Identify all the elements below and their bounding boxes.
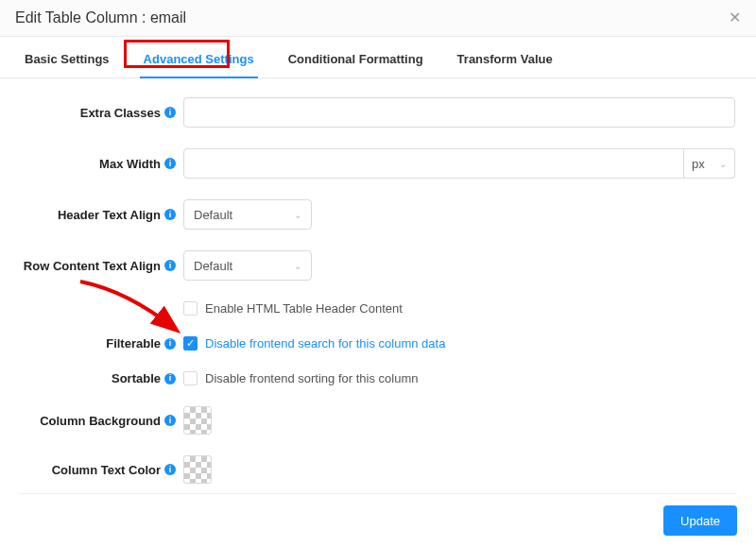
label-sortable: Sortable i <box>21 371 183 385</box>
row-enable-html-header: Enable HTML Table Header Content <box>21 301 735 316</box>
dialog-footer: Update <box>19 493 737 536</box>
tab-basic-settings[interactable]: Basic Settings <box>21 46 113 77</box>
row-content-text-align-select[interactable]: Default ⌄ <box>183 250 312 281</box>
chevron-down-icon: ⌄ <box>719 159 727 169</box>
enable-html-header-checkbox[interactable] <box>183 301 198 316</box>
column-text-color-colorpicker[interactable] <box>183 455 212 484</box>
max-width-unit-select[interactable]: px ⌄ <box>684 148 735 179</box>
tab-advanced-settings[interactable]: Advanced Settings <box>140 46 258 77</box>
sortable-checkbox[interactable] <box>183 371 198 385</box>
row-max-width: Max Width i px ⌄ <box>21 148 735 179</box>
dialog-header: Edit Table Column : email ✕ <box>0 0 756 37</box>
info-icon[interactable]: i <box>164 209 176 220</box>
form-area: Extra Classes i Max Width i px ⌄ H <box>0 78 756 503</box>
info-icon[interactable]: i <box>164 158 176 169</box>
tab-transform-value[interactable]: Transform Value <box>454 46 557 77</box>
tabs-nav: Basic Settings Advanced Settings Conditi… <box>0 37 756 78</box>
tab-conditional-formatting[interactable]: Conditional Formatting <box>284 46 427 77</box>
row-filterable: Filterable i Disable frontend search for… <box>21 336 735 350</box>
chevron-down-icon: ⌄ <box>294 261 301 271</box>
row-row-content-text-align: Row Content Text Align i Default ⌄ <box>21 250 735 281</box>
info-icon[interactable]: i <box>164 464 176 475</box>
column-background-colorpicker[interactable] <box>183 406 212 435</box>
info-icon[interactable]: i <box>164 373 176 385</box>
close-icon[interactable]: ✕ <box>729 10 741 26</box>
enable-html-header-label: Enable HTML Table Header Content <box>205 301 403 316</box>
row-column-background: Column Background i <box>21 406 735 435</box>
info-icon[interactable]: i <box>164 260 176 271</box>
row-sortable: Sortable i Disable frontend sorting for … <box>21 371 735 385</box>
row-column-text-color: Column Text Color i <box>21 455 735 484</box>
sortable-label: Disable frontend sorting for this column <box>205 371 418 385</box>
filterable-checkbox[interactable] <box>183 336 198 350</box>
extra-classes-input[interactable] <box>183 97 735 128</box>
dialog-title: Edit Table Column : email <box>15 9 186 26</box>
label-extra-classes: Extra Classes i <box>21 106 183 120</box>
label-column-text-color: Column Text Color i <box>21 463 183 477</box>
label-filterable: Filterable i <box>21 336 183 350</box>
label-header-text-align: Header Text Align i <box>21 208 183 222</box>
label-max-width: Max Width i <box>21 157 183 171</box>
info-icon[interactable]: i <box>164 415 176 426</box>
update-button[interactable]: Update <box>663 505 737 536</box>
edit-column-dialog: Edit Table Column : email ✕ Basic Settin… <box>0 0 756 547</box>
label-row-content-text-align: Row Content Text Align i <box>21 259 183 273</box>
header-text-align-select[interactable]: Default ⌄ <box>183 199 312 230</box>
row-header-text-align: Header Text Align i Default ⌄ <box>21 199 735 230</box>
label-column-background: Column Background i <box>21 414 183 428</box>
row-extra-classes: Extra Classes i <box>21 97 735 128</box>
info-icon[interactable]: i <box>164 107 176 118</box>
max-width-input[interactable] <box>183 148 684 179</box>
info-icon[interactable]: i <box>164 338 176 350</box>
chevron-down-icon: ⌄ <box>294 210 301 220</box>
filterable-label: Disable frontend search for this column … <box>205 336 445 350</box>
